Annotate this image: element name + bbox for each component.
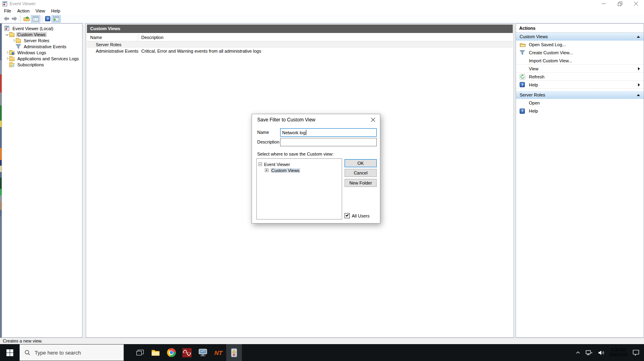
nt-app-icon[interactable]: NT — [211, 344, 226, 361]
tree-item-event-viewer-local[interactable]: Event Viewer (Local) — [2, 25, 82, 31]
system-tray: 4:30 AM 6/30/2024 — [573, 344, 644, 361]
signal-app-icon[interactable] — [179, 344, 195, 361]
submenu-arrow-icon — [638, 67, 640, 70]
dialog-title: Save Filter to Custom View — [257, 117, 316, 123]
taskbar: Type here to search NT — [0, 344, 644, 361]
action-label: Refresh — [527, 74, 640, 79]
chevron-right-icon[interactable] — [5, 51, 8, 54]
show-action-pane-button[interactable] — [52, 15, 61, 23]
menu-action[interactable]: Action — [17, 8, 33, 13]
chevron-down-icon[interactable] — [5, 33, 8, 36]
actions-section-custom-views[interactable]: Custom Views — [516, 33, 644, 41]
new-folder-button[interactable]: New Folder — [345, 179, 377, 187]
event-viewer-taskbar-icon[interactable] — [226, 344, 242, 361]
task-view-button[interactable] — [132, 344, 148, 361]
desktop-screen: Event Viewer File Action View Help ? Eve… — [0, 0, 644, 361]
collapse-box-icon[interactable] — [258, 162, 262, 166]
action-view-submenu[interactable]: View — [516, 65, 644, 73]
network-icon[interactable] — [583, 344, 595, 361]
column-header-name[interactable]: Name — [87, 34, 138, 41]
tree-item-windows-logs[interactable]: Windows Logs — [2, 49, 82, 55]
description-input[interactable] — [280, 138, 377, 146]
status-text: Creates a new view. — [3, 338, 42, 343]
folder-icon — [9, 56, 16, 61]
action-open-saved-log[interactable]: Open Saved Log... — [516, 41, 644, 49]
status-bar: Creates a new view. — [0, 338, 644, 344]
action-create-custom-view[interactable]: Create Custom View... — [516, 49, 644, 57]
action-label: Help — [527, 82, 638, 87]
monitor-app-icon[interactable] — [195, 344, 211, 361]
tree-item-label: Server Roles — [23, 38, 51, 43]
row-name: Server Roles — [87, 42, 138, 47]
forward-button[interactable] — [10, 15, 19, 23]
taskbar-icons: NT — [132, 344, 242, 361]
tree-item-administrative-events[interactable]: Administrative Events — [2, 43, 82, 49]
search-icon — [25, 350, 30, 355]
cancel-button[interactable]: Cancel — [345, 169, 377, 177]
actions-section-server-roles[interactable]: Server Roles — [516, 91, 644, 99]
folder-icon — [16, 38, 23, 43]
action-import-custom-view[interactable]: Import Custom View... — [516, 57, 644, 65]
show-console-tree-button[interactable] — [31, 15, 40, 23]
help-icon: ? — [520, 82, 527, 87]
start-button[interactable] — [0, 344, 19, 361]
chrome-icon[interactable] — [163, 344, 179, 361]
expand-box-icon[interactable] — [265, 168, 268, 172]
all-users-checkbox[interactable] — [345, 213, 350, 218]
tray-chevron-up-icon[interactable] — [573, 344, 583, 361]
description-label: Description — [257, 139, 279, 144]
action-center-icon[interactable] — [630, 344, 644, 361]
window-titlebar[interactable]: Event Viewer — [0, 0, 644, 7]
help-button[interactable]: ? — [44, 15, 52, 23]
dialog-titlebar[interactable]: Save Filter to Custom View — [252, 114, 380, 125]
menu-view[interactable]: View — [35, 8, 49, 13]
restore-button[interactable] — [612, 0, 628, 7]
table-row[interactable]: Server Roles — [87, 41, 513, 48]
file-explorer-icon[interactable] — [148, 344, 163, 361]
clock[interactable]: 4:30 AM 6/30/2024 — [607, 348, 630, 357]
action-label: Open Saved Log... — [527, 42, 640, 47]
windows-logs-folder-icon — [9, 50, 16, 55]
chevron-right-icon[interactable] — [12, 39, 14, 42]
action-label: View — [527, 66, 638, 71]
dialog-tree-item-custom-views[interactable]: Custom Views — [258, 167, 340, 173]
taskbar-search-input[interactable]: Type here to search — [19, 344, 124, 361]
submenu-arrow-icon — [638, 83, 640, 86]
window-title: Event Viewer — [10, 1, 36, 6]
help-icon: ? — [45, 16, 50, 21]
dialog-close-icon[interactable] — [366, 114, 380, 125]
volume-icon[interactable] — [595, 344, 607, 361]
column-header-description[interactable]: Description — [138, 35, 163, 40]
tree-item-subscriptions[interactable]: Subscriptions — [2, 62, 82, 68]
action-help[interactable]: ? Help — [516, 107, 644, 115]
help-icon: ? — [520, 109, 527, 114]
dialog-tree-item-event-viewer[interactable]: Event Viewer — [258, 161, 340, 167]
name-label: Name — [257, 130, 269, 135]
all-users-option[interactable]: All Users — [345, 213, 369, 218]
collapse-icon[interactable] — [637, 36, 640, 38]
minimize-button[interactable] — [596, 0, 612, 7]
search-placeholder: Type here to search — [35, 350, 81, 356]
tree-item-custom-views[interactable]: Custom Views — [2, 31, 82, 37]
collapse-icon[interactable] — [637, 94, 640, 96]
tree-item-applications-services-logs[interactable]: Applications and Services Logs — [2, 55, 82, 62]
windows-logo-icon — [6, 349, 13, 356]
chevron-right-icon[interactable] — [5, 57, 8, 60]
toolbar-separator — [20, 16, 21, 22]
dialog-tree-label: Custom Views — [270, 168, 300, 173]
ok-button[interactable]: OK — [345, 159, 377, 167]
table-row[interactable]: Administrative Events Critical, Error an… — [87, 48, 513, 54]
all-users-label: All Users — [352, 213, 369, 218]
menu-help[interactable]: Help — [51, 8, 64, 13]
action-help-submenu[interactable]: ? Help — [516, 81, 644, 89]
export-log-button[interactable] — [22, 15, 31, 23]
menu-file[interactable]: File — [4, 8, 15, 13]
action-refresh[interactable]: Refresh — [516, 73, 644, 81]
name-input[interactable]: Network log — [280, 128, 377, 137]
action-open[interactable]: Open — [516, 99, 644, 107]
close-icon[interactable] — [628, 0, 644, 7]
section-header-label: Server Roles — [520, 92, 637, 97]
toolbar-separator — [42, 16, 42, 22]
tree-item-server-roles[interactable]: Server Roles — [2, 37, 82, 43]
back-button[interactable] — [2, 15, 10, 23]
